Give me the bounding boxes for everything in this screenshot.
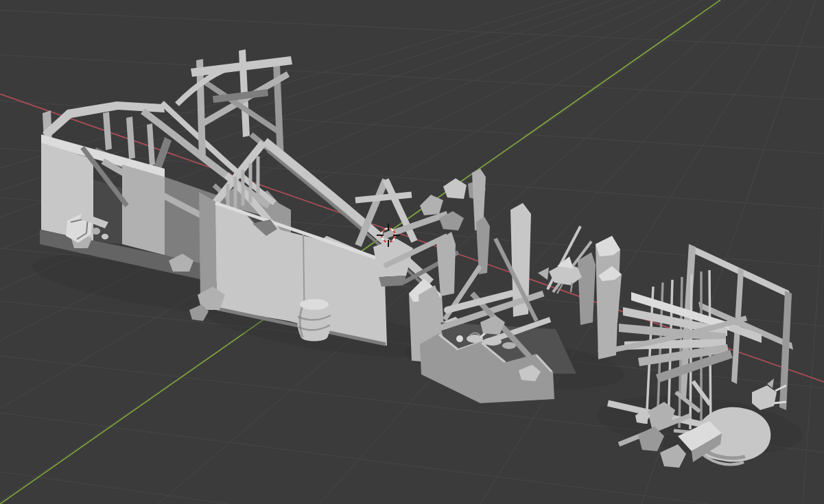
grid-line bbox=[0, 55, 824, 99]
grid-line bbox=[0, 10, 824, 47]
3d-viewport[interactable] bbox=[0, 0, 824, 504]
grid-line bbox=[0, 472, 824, 504]
grid-line bbox=[803, 0, 824, 504]
